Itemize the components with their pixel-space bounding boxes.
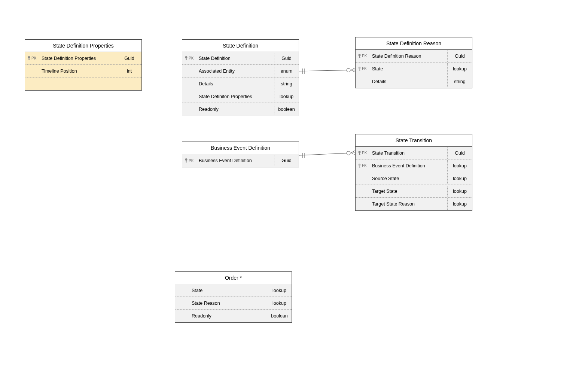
field-type: lookup — [267, 285, 292, 296]
svg-rect-8 — [359, 57, 360, 58]
key-cell: PK — [356, 151, 369, 156]
field-name: Target State — [369, 186, 447, 197]
table-row — [25, 77, 141, 90]
svg-rect-11 — [359, 70, 360, 71]
table-row: PK Business Event Definition Guid — [182, 154, 299, 167]
field-type: lookup — [447, 63, 472, 75]
key-cell: FK — [356, 163, 369, 168]
field-type: Guid — [274, 155, 299, 166]
table-row: FK Business Event Definition lookup — [356, 159, 472, 172]
field-type: lookup — [447, 198, 472, 210]
table-row: Source State lookup — [356, 172, 472, 185]
field-name: Business Event Definition — [196, 155, 274, 166]
field-type: boolean — [267, 310, 292, 322]
entity-state-definition-properties: State Definition Properties PK State Def… — [25, 39, 142, 91]
entity-title: State Definition Reason — [356, 37, 472, 50]
key-icon — [358, 54, 361, 59]
field-name: Associated Entity — [196, 66, 274, 77]
svg-line-26 — [351, 70, 355, 72]
connector-statedef-to-reason — [299, 68, 355, 74]
key-icon — [185, 158, 188, 163]
field-name: State Definition Properties — [39, 53, 117, 64]
field-name: State — [369, 63, 447, 75]
key-icon — [27, 56, 31, 61]
entity-order: Order * State lookup State Reason lookup… — [175, 271, 292, 323]
table-row: PK State Definition Guid — [182, 52, 299, 65]
svg-point-30 — [347, 151, 350, 155]
connector-bed-to-transition — [299, 151, 355, 158]
svg-rect-14 — [186, 162, 187, 162]
key-cell: PK — [182, 158, 196, 163]
field-name: State Transition — [369, 148, 447, 159]
field-type: lookup — [274, 91, 299, 102]
field-type: lookup — [447, 173, 472, 184]
svg-line-21 — [299, 70, 355, 71]
entity-title: State Definition Properties — [25, 40, 141, 52]
table-row: State Definiton Properties lookup — [182, 90, 299, 103]
entity-body: PK State Definition Properties Guid Time… — [25, 52, 141, 90]
field-name: Business Event Definition — [369, 160, 447, 171]
entity-state-transition: State Transition PK State Transition Gui… — [355, 134, 472, 211]
field-type: Guid — [117, 53, 141, 64]
entity-body: PK State Definition Reason Guid FK State… — [356, 50, 472, 88]
table-row: Timeline Position int — [25, 65, 141, 77]
field-name: State Definition Reason — [369, 51, 447, 62]
field-type: Guid — [447, 51, 472, 62]
svg-rect-5 — [186, 60, 187, 60]
table-row: Details string — [182, 77, 299, 90]
field-name: State Definiton Properties — [196, 91, 274, 102]
field-name: Target State Reason — [369, 198, 447, 210]
entity-business-event-definition: Business Event Definition PK Business Ev… — [182, 142, 299, 167]
svg-rect-17 — [359, 154, 360, 155]
entity-title: Business Event Definition — [182, 142, 299, 154]
field-type: Guid — [274, 53, 299, 64]
field-name: Readonly — [196, 104, 274, 115]
table-row: State lookup — [175, 284, 292, 297]
key-label: FK — [362, 164, 367, 168]
svg-line-27 — [299, 153, 355, 155]
key-cell: PK — [25, 56, 39, 61]
field-type: int — [117, 66, 141, 77]
entity-state-definition: State Definition PK State Definition Gui… — [182, 39, 299, 116]
field-type: lookup — [447, 186, 472, 197]
table-row: Readonly boolean — [182, 103, 299, 116]
table-row: PK State Definition Reason Guid — [356, 50, 472, 63]
key-label: PK — [31, 56, 36, 60]
field-name: Details — [196, 78, 274, 89]
key-label: FK — [362, 67, 367, 71]
diagram-canvas: State Definition Properties PK State Def… — [0, 0, 588, 380]
entity-state-definition-reason: State Definition Reason PK State Definit… — [355, 37, 472, 88]
key-cell: FK — [356, 66, 369, 72]
field-type: Guid — [447, 148, 472, 159]
field-name — [39, 81, 117, 87]
key-label: PK — [362, 151, 367, 155]
field-type: string — [274, 78, 299, 89]
key-cell: PK — [182, 56, 196, 61]
key-label: PK — [362, 54, 367, 58]
field-type: string — [447, 76, 472, 87]
table-row: Associated Entity enum — [182, 65, 299, 77]
svg-rect-20 — [359, 167, 360, 168]
table-row: FK State lookup — [356, 63, 472, 75]
entity-body: PK State Definition Guid Associated Enti… — [182, 52, 299, 116]
table-row: PK State Definition Properties Guid — [25, 52, 141, 65]
svg-line-25 — [351, 68, 355, 70]
table-row: Target State lookup — [356, 185, 472, 198]
svg-rect-2 — [29, 60, 30, 60]
key-label: PK — [189, 56, 194, 60]
table-row: PK State Transition Guid — [356, 147, 472, 159]
entity-title: State Transition — [356, 134, 472, 147]
field-name: Timeline Position — [39, 66, 117, 77]
svg-line-32 — [351, 153, 355, 155]
entity-body: PK Business Event Definition Guid — [182, 154, 299, 167]
svg-point-24 — [347, 69, 350, 72]
entity-body: PK State Transition Guid FK Business Eve… — [356, 147, 472, 210]
field-type: enum — [274, 66, 299, 77]
field-name: Details — [369, 76, 447, 87]
key-label: PK — [189, 159, 194, 163]
field-type: boolean — [274, 104, 299, 115]
field-name: State Definition — [196, 53, 274, 64]
table-row: Details string — [356, 75, 472, 88]
key-icon — [358, 163, 361, 168]
table-row: State Reason lookup — [175, 297, 292, 310]
